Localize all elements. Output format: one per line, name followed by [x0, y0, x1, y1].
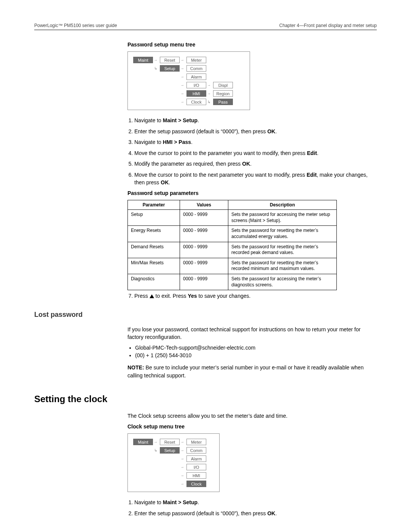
password-steps-cont: Press to exit. Press Yes to save your ch… [127, 292, 377, 300]
col-description: Description [228, 200, 337, 210]
cell-parameter: Demand Resets [128, 242, 180, 258]
setting-clock-intro: The Clock setup screens allow you to set… [127, 412, 377, 420]
tree-io: I/O [186, 464, 206, 470]
tree-meter: Meter [186, 439, 206, 445]
table-row: Diagnostics0000 - 9999Sets the password … [128, 274, 337, 290]
password-menu-tree: Maint → Reset → Meter ↳ Setup → Comm → A… [127, 51, 250, 110]
cell-values: 0000 - 9999 [180, 210, 228, 226]
tree-displ: Displ [213, 82, 233, 88]
tree-conn: → [180, 66, 185, 70]
lost-password-heading: Lost password [34, 311, 377, 319]
tree-clock: Clock [186, 99, 206, 105]
cell-description: Sets the password for resetting the mete… [228, 226, 337, 242]
cell-parameter: Energy Resets [128, 226, 180, 242]
cell-values: 0000 - 9999 [180, 242, 228, 258]
col-values: Values [180, 200, 228, 210]
tree-conn: → [153, 58, 158, 62]
contact-phone: (00) + 1 (250) 544-3010 [135, 352, 377, 358]
step7-pre: Press [134, 293, 150, 299]
tree-comm: Comm [186, 447, 206, 454]
lost-password-contacts: Global-PMC-Tech-support@schneider-electr… [127, 345, 377, 358]
tree-maint: Maint [133, 57, 153, 63]
password-params-table: Parameter Values Description Setup0000 -… [127, 200, 337, 290]
table-row: Energy Resets0000 - 9999Sets the passwor… [128, 226, 337, 242]
tree-maint: Maint [133, 439, 153, 445]
tree-reset: Reset [160, 57, 180, 63]
tree-conn: → [180, 58, 185, 62]
tree-conn: → [206, 83, 212, 87]
tree-conn: ↳ [206, 100, 212, 104]
up-arrow-icon [150, 294, 154, 298]
tree-hmi: HMI [186, 90, 206, 97]
lost-password-body: If you lose your password, contact techn… [127, 326, 377, 341]
password-steps: Navigate to Maint > Setup. Enter the set… [127, 117, 377, 186]
cell-description: Sets the password for resetting the mete… [228, 242, 337, 258]
cell-parameter: Min/Max Resets [128, 258, 180, 274]
header-right: Chapter 4—Front panel display and meter … [279, 23, 377, 28]
step-item: Move the cursor to point to the paramete… [134, 150, 377, 157]
tree-comm: Comm [186, 65, 206, 72]
tree-setup: Setup [160, 447, 180, 454]
col-parameter: Parameter [128, 200, 180, 210]
lost-password-note: NOTE: Be sure to include your meter’s se… [127, 364, 377, 379]
table-row: Setup0000 - 9999Sets the password for ac… [128, 210, 337, 226]
table-row: Demand Resets0000 - 9999Sets the passwor… [128, 242, 337, 258]
tree-meter: Meter [186, 57, 206, 63]
tree-conn: → [180, 448, 185, 452]
cell-values: 0000 - 9999 [180, 274, 228, 290]
cell-description: Sets the password for accessing the mete… [228, 210, 337, 226]
table-row: Min/Max Resets0000 - 9999Sets the passwo… [128, 258, 337, 274]
clock-steps: Navigate to Maint > Setup. Enter the set… [127, 499, 377, 517]
clock-menu-tree-heading: Clock setup menu tree [127, 423, 377, 430]
tree-alarm: Alarm [186, 455, 206, 462]
step7-post: to exit. Press Yes to save your changes. [156, 293, 251, 299]
tree-conn: → [180, 473, 185, 478]
header-left: PowerLogic™ PM5100 series user guide [34, 23, 117, 28]
tree-conn: → [206, 91, 212, 96]
tree-clock: Clock [186, 481, 206, 487]
tree-conn: → [180, 457, 185, 461]
tree-conn: → [180, 91, 185, 96]
tree-conn: → [180, 75, 185, 79]
tree-conn: → [180, 465, 185, 469]
tree-setup: Setup [160, 65, 180, 72]
cell-description: Sets the password for accessing the mete… [228, 274, 337, 290]
step-item: Press to exit. Press Yes to save your ch… [134, 292, 377, 300]
cell-parameter: Diagnostics [128, 274, 180, 290]
page-header: PowerLogic™ PM5100 series user guide Cha… [34, 23, 377, 30]
step-item: Navigate to Maint > Setup. [134, 117, 377, 125]
tree-conn: → [180, 440, 185, 444]
tree-io: I/O [186, 82, 206, 88]
password-menu-tree-heading: Password setup menu tree [127, 42, 377, 48]
contact-email: Global-PMC-Tech-support@schneider-electr… [135, 345, 377, 351]
setting-clock-heading: Setting the clock [34, 394, 377, 404]
step-item: Enter the setup password (default is “00… [134, 128, 377, 136]
step-item: Navigate to Maint > Setup. [134, 499, 377, 506]
clock-menu-tree: Maint → Reset → Meter ↳ Setup → Comm → A… [127, 433, 220, 492]
tree-region: Region [213, 90, 233, 97]
cell-values: 0000 - 9999 [180, 258, 228, 274]
tree-pass: Pass [213, 99, 233, 105]
cell-description: Sets the password for resetting the mete… [228, 258, 337, 274]
step-item: Navigate to HMI > Pass. [134, 139, 377, 146]
step-item: Modify the parameter as required, then p… [134, 160, 377, 168]
step-item: Enter the setup password (default is “00… [134, 510, 377, 518]
tree-conn: → [180, 482, 185, 486]
tree-conn: ↳ [153, 448, 158, 452]
step-item: Move the cursor to point to the next par… [134, 171, 377, 186]
tree-reset: Reset [160, 439, 180, 445]
cell-parameter: Setup [128, 210, 180, 226]
tree-hmi: HMI [186, 472, 206, 479]
tree-conn: → [180, 100, 185, 104]
tree-alarm: Alarm [186, 73, 206, 80]
tree-conn: → [153, 440, 158, 444]
tree-conn: ↳ [153, 66, 158, 70]
tree-conn: → [180, 83, 185, 87]
cell-values: 0000 - 9999 [180, 226, 228, 242]
password-params-heading: Password setup parameters [127, 190, 377, 196]
